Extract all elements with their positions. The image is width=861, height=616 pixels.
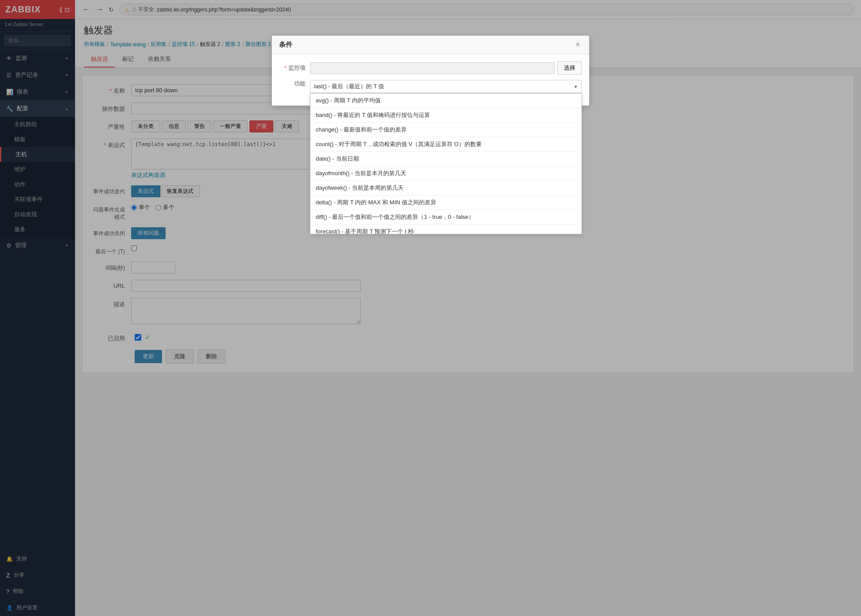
dropdown-item-band[interactable]: band() - 将最近的 T 值和掩码进行按位与运算 bbox=[310, 108, 582, 123]
dialog-title: 条件 bbox=[279, 41, 292, 49]
dropdown-item-date[interactable]: date() - 当前日期 bbox=[310, 152, 582, 166]
dialog-function-label: 功能 bbox=[279, 80, 310, 88]
condition-dialog: 条件 × 监控项 选择 功能 last() - 最后（最近）的 T 值 ▼ bbox=[272, 35, 589, 106]
dropdown-item-dayofweek[interactable]: dayofweek() - 当前是本周的第几天 bbox=[310, 181, 582, 195]
dropdown-item-dayofmonth[interactable]: dayofmonth() - 当前是本月的第几天 bbox=[310, 166, 582, 181]
dialog-select-button[interactable]: 选择 bbox=[557, 61, 582, 75]
dialog-monitor-input[interactable] bbox=[310, 62, 555, 74]
dropdown-item-avg[interactable]: avg() - 周期 T 内的平均值 bbox=[310, 94, 582, 108]
dropdown-arrow-icon: ▼ bbox=[574, 84, 578, 89]
dialog-function-row: 功能 last() - 最后（最近）的 T 值 ▼ avg() - 周期 T 内… bbox=[279, 80, 582, 93]
function-select-display[interactable]: last() - 最后（最近）的 T 值 ▼ bbox=[310, 80, 582, 93]
dropdown-item-change[interactable]: change() - 最新值和前一个值的差异 bbox=[310, 123, 582, 137]
dialog-header: 条件 × bbox=[272, 36, 589, 54]
function-selected-text: last() - 最后（最近）的 T 值 bbox=[314, 83, 384, 90]
dialog-monitor-row: 监控项 选择 bbox=[279, 61, 582, 75]
dialog-body: 监控项 选择 功能 last() - 最后（最近）的 T 值 ▼ avg() -… bbox=[272, 54, 589, 105]
dialog-monitor-label: 监控项 bbox=[279, 64, 310, 72]
dropdown-item-delta[interactable]: delta() - 周期 T 内的 MAX 和 MIN 值之间的差异 bbox=[310, 195, 582, 210]
dialog-overlay: 条件 × 监控项 选择 功能 last() - 最后（最近）的 T 值 ▼ bbox=[0, 0, 861, 616]
dropdown-item-forecast[interactable]: forecast() - 基于周期 T 预测下一个 t 秒 bbox=[310, 225, 582, 234]
dropdown-item-count[interactable]: count() - 对于周期 T，成功检索的值 V（其满足运算符 O）的数量 bbox=[310, 137, 582, 152]
dialog-close-button[interactable]: × bbox=[574, 40, 582, 49]
function-dropdown: last() - 最后（最近）的 T 值 ▼ avg() - 周期 T 内的平均… bbox=[310, 80, 582, 93]
function-dropdown-list: avg() - 周期 T 内的平均值 band() - 将最近的 T 值和掩码进… bbox=[310, 93, 582, 234]
dropdown-item-diff[interactable]: diff() - 最后一个值和前一个值之间的差异（1 - true，0 - fa… bbox=[310, 210, 582, 225]
